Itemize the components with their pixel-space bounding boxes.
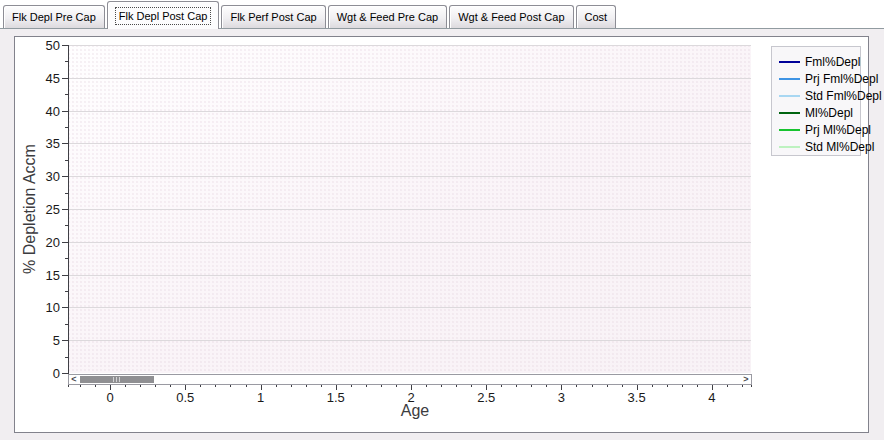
x-tick-label: 4 (690, 390, 734, 405)
y-major-tick (62, 209, 68, 210)
y-major-tick (62, 307, 68, 308)
scrollbar-thumb[interactable] (80, 376, 154, 383)
y-tick-label: 25 (22, 202, 60, 217)
y-tick-label: 45 (22, 71, 60, 86)
tab-flk-perf-post-cap[interactable]: Flk Perf Post Cap (221, 5, 325, 28)
tab-cost[interactable]: Cost (576, 5, 617, 28)
chart-legend: Fml%DeplPrj Fml%DeplStd Fml%DeplMl%DeplP… (771, 46, 861, 156)
legend-label: Std Ml%Depl (805, 140, 874, 154)
y-minor-tick (65, 193, 68, 194)
x-axis-scrollbar[interactable]: < > (68, 374, 752, 385)
y-major-tick (62, 275, 68, 276)
scrollbar-right-arrow-icon[interactable]: > (741, 375, 751, 384)
x-tick-label: 0.5 (163, 390, 207, 405)
tab-label: Flk Depl Pre Cap (12, 11, 96, 23)
y-major-tick (62, 45, 68, 46)
legend-item: Ml%Depl (779, 104, 860, 121)
y-axis-line (68, 45, 69, 374)
legend-label: Fml%Depl (805, 55, 860, 69)
y-gridline (68, 209, 751, 210)
legend-line-swatch (779, 61, 800, 63)
legend-label: Prj Fml%Depl (805, 72, 878, 86)
y-major-tick (62, 176, 68, 177)
y-major-tick (62, 78, 68, 79)
x-tick-label: 1 (239, 390, 283, 405)
y-minor-tick (65, 324, 68, 325)
legend-item: Std Ml%Depl (779, 138, 860, 155)
x-tick-label: 3.5 (615, 390, 659, 405)
legend-line-swatch (779, 112, 800, 114)
legend-item: Prj Ml%Depl (779, 121, 860, 138)
y-minor-tick (65, 258, 68, 259)
y-tick-label: 10 (22, 300, 60, 315)
y-tick-label: 15 (22, 268, 60, 283)
tab-flk-depl-post-cap[interactable]: Flk Depl Post Cap (107, 1, 220, 29)
y-gridline (68, 307, 751, 308)
y-gridline (68, 176, 751, 177)
x-tick-label: 3 (539, 390, 583, 405)
scrollbar-grip-icon (113, 377, 122, 382)
y-minor-tick (65, 357, 68, 358)
y-minor-tick (65, 160, 68, 161)
legend-label: Prj Ml%Depl (805, 123, 871, 137)
legend-label: Ml%Depl (805, 106, 853, 120)
y-tick-label: 5 (22, 333, 60, 348)
y-gridline (68, 242, 751, 243)
y-minor-tick (65, 291, 68, 292)
tab-label: Wgt & Feed Post Cap (458, 11, 564, 23)
y-tick-label: 35 (22, 136, 60, 151)
y-gridline (68, 78, 751, 79)
y-minor-tick (65, 225, 68, 226)
tab-label: Cost (585, 11, 608, 23)
tab-flk-depl-pre-cap[interactable]: Flk Depl Pre Cap (3, 5, 105, 28)
y-gridline (68, 143, 751, 144)
legend-item: Prj Fml%Depl (779, 70, 860, 87)
y-major-tick (62, 242, 68, 243)
y-major-tick (62, 340, 68, 341)
y-tick-label: 20 (22, 235, 60, 250)
x-tick-label: 2.5 (464, 390, 508, 405)
legend-label: Std Fml%Depl (805, 89, 882, 103)
legend-line-swatch (779, 95, 800, 97)
y-minor-tick (65, 127, 68, 128)
tab-wgt-feed-pre-cap[interactable]: Wgt & Feed Pre Cap (328, 5, 448, 28)
y-minor-tick (65, 94, 68, 95)
tab-label: Flk Perf Post Cap (230, 11, 316, 23)
legend-line-swatch (779, 129, 800, 131)
tab-wgt-feed-post-cap[interactable]: Wgt & Feed Post Cap (449, 5, 573, 28)
x-tick-label: 1.5 (314, 390, 358, 405)
y-gridline (68, 275, 751, 276)
y-tick-label: 30 (22, 169, 60, 184)
flock-chart-window: Flk Depl Pre CapFlk Depl Post CapFlk Per… (0, 0, 884, 440)
legend-line-swatch (779, 146, 800, 148)
plot-area (68, 45, 751, 373)
y-tick-label: 0 (22, 366, 60, 381)
scrollbar-left-arrow-icon[interactable]: < (69, 375, 79, 384)
y-gridline (68, 340, 751, 341)
tab-label: Flk Depl Post Cap (116, 8, 211, 24)
tab-label: Wgt & Feed Pre Cap (337, 11, 439, 23)
y-major-tick (62, 143, 68, 144)
x-tick-label: 0 (88, 390, 132, 405)
tab-strip: Flk Depl Pre CapFlk Depl Post CapFlk Per… (0, 0, 884, 28)
x-tick-label: 2 (389, 390, 433, 405)
legend-item: Std Fml%Depl (779, 87, 860, 104)
legend-item: Fml%Depl (779, 53, 860, 70)
y-gridline (68, 111, 751, 112)
y-tick-label: 40 (22, 104, 60, 119)
y-major-tick (62, 111, 68, 112)
y-minor-tick (65, 61, 68, 62)
y-tick-label: 50 (22, 38, 60, 53)
legend-line-swatch (779, 78, 800, 80)
y-gridline (68, 45, 751, 46)
